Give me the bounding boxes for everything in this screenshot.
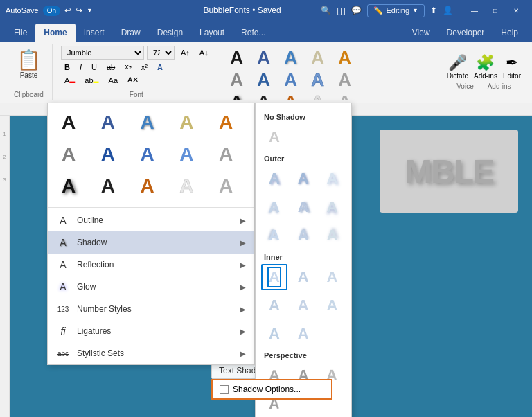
font-size-select[interactable]: 72	[147, 46, 175, 60]
inner-shadow-8[interactable]: A	[290, 321, 317, 347]
te-grid-item-3[interactable]: A	[132, 107, 163, 138]
te-grid-item-12[interactable]: A	[93, 171, 123, 202]
shadow-options-row[interactable]: Shadow Options...	[211, 379, 332, 400]
te-item-6[interactable]: A	[224, 69, 250, 91]
outer-shadow-4[interactable]: A	[261, 194, 287, 220]
ribbon-icon[interactable]: ◫	[337, 5, 346, 16]
te-grid-item-6[interactable]: A	[53, 139, 84, 170]
te-item-9[interactable]: A	[305, 69, 331, 91]
te-item-7[interactable]: A	[251, 69, 277, 91]
increase-font-button[interactable]: A↑	[177, 47, 193, 58]
tab-file[interactable]: File	[6, 24, 35, 42]
clear-format-button[interactable]: A✕	[124, 74, 142, 86]
close-button[interactable]: ✕	[506, 0, 526, 21]
search-icon[interactable]: 🔍	[321, 6, 331, 15]
menu-item-glow[interactable]: A Glow ▶	[48, 276, 254, 298]
tab-view[interactable]: View	[404, 24, 438, 42]
menu-item-stylistic-sets[interactable]: abc Stylistic Sets ▶	[48, 342, 254, 364]
redo-icon[interactable]: ↪	[76, 6, 82, 15]
maximize-button[interactable]: □	[485, 0, 506, 21]
te-grid-item-10[interactable]: A	[211, 139, 241, 170]
inner-shadow-7[interactable]: A	[261, 321, 287, 347]
te-grid-item-9[interactable]: A	[171, 139, 202, 170]
te-item-4[interactable]: A	[305, 47, 331, 69]
bold-button[interactable]: B	[61, 62, 73, 73]
microphone-icon[interactable]: 🎤	[448, 54, 467, 72]
te-grid-item-7[interactable]: A	[93, 139, 123, 170]
editing-button[interactable]: ✏️ Editing ▼	[367, 4, 425, 17]
underline-button[interactable]: U	[88, 62, 100, 73]
subscript-button[interactable]: x₂	[121, 61, 135, 73]
outer-shadow-7[interactable]: A	[261, 222, 287, 249]
font-size-a-button[interactable]: Aa	[105, 75, 121, 86]
tab-references[interactable]: Refe...	[233, 24, 274, 42]
highlight-button[interactable]: ab▬	[81, 75, 102, 86]
editor-icon[interactable]: ✒	[506, 54, 518, 72]
te-grid-item-11[interactable]: A	[53, 171, 84, 202]
te-grid-item-4[interactable]: A	[171, 107, 202, 138]
inner-shadow-4[interactable]: A	[261, 292, 287, 319]
te-grid-item-1[interactable]: A	[53, 107, 84, 138]
addins-icon[interactable]: 🧩	[476, 54, 495, 72]
minimize-button[interactable]: —	[464, 0, 485, 21]
comments-icon[interactable]: 💬	[351, 6, 362, 15]
decrease-font-button[interactable]: A↓	[196, 47, 212, 58]
italic-button[interactable]: I	[76, 62, 85, 73]
font-color-button[interactable]: A▬	[61, 75, 78, 86]
te-item-11[interactable]: A	[224, 91, 250, 100]
te-grid-item-5[interactable]: A	[211, 107, 241, 138]
tab-developer[interactable]: Developer	[438, 24, 493, 42]
user-icon[interactable]: 👤	[443, 6, 453, 15]
te-item-8[interactable]: A	[278, 69, 304, 91]
tab-help[interactable]: Help	[493, 24, 526, 42]
superscript-button[interactable]: x²	[138, 62, 151, 73]
menu-item-number-styles[interactable]: 123 Number Styles ▶	[48, 298, 254, 320]
tab-draw[interactable]: Draw	[113, 24, 149, 42]
no-shadow-item[interactable]: A	[261, 124, 287, 150]
te-item-12[interactable]: A	[251, 91, 277, 100]
te-item-5[interactable]: A	[332, 47, 358, 69]
te-grid-item-13[interactable]: A	[132, 171, 163, 202]
font-name-select[interactable]: Jumble	[61, 46, 144, 60]
te-item-1[interactable]: A	[224, 47, 250, 69]
outer-shadow-1[interactable]: A	[261, 166, 287, 192]
te-item-13[interactable]: A	[278, 91, 304, 100]
menu-item-outline[interactable]: A Outline ▶	[48, 209, 254, 231]
share-icon[interactable]: ⬆	[430, 6, 437, 15]
te-grid-item-15[interactable]: A	[211, 171, 241, 202]
menu-item-shadow[interactable]: A Shadow ▶	[48, 231, 254, 254]
menu-item-reflection[interactable]: A Reflection ▶	[48, 254, 254, 276]
inner-shadow-2[interactable]: A	[290, 264, 317, 290]
te-item-2[interactable]: A	[251, 47, 277, 69]
outer-shadow-3[interactable]: A	[319, 166, 345, 192]
te-grid-item-2[interactable]: A	[93, 107, 123, 138]
undo-icon[interactable]: ↩	[64, 6, 71, 15]
shadow-options-checkbox[interactable]	[220, 385, 229, 394]
down-arrow-icon[interactable]: ▼	[87, 7, 93, 14]
te-item-3[interactable]: A	[278, 47, 304, 69]
menu-item-ligatures[interactable]: fi Ligatures ▶	[48, 320, 254, 342]
te-item-10[interactable]: A	[332, 69, 358, 91]
te-item-14[interactable]: A	[305, 91, 331, 100]
inner-shadow-3[interactable]: A	[319, 264, 345, 290]
text-effects-button[interactable]: A	[154, 62, 166, 73]
outer-shadow-2[interactable]: A	[290, 166, 317, 192]
inner-shadow-6[interactable]: A	[319, 292, 345, 319]
te-grid-item-8[interactable]: A	[132, 139, 163, 170]
inner-shadow-5[interactable]: A	[290, 292, 317, 319]
outer-shadow-5[interactable]: A	[290, 194, 317, 220]
outer-shadow-9[interactable]: A	[319, 222, 345, 249]
tab-layout[interactable]: Layout	[191, 24, 233, 42]
paste-button[interactable]: 📋 Paste	[11, 46, 46, 82]
te-grid-item-14[interactable]: A	[171, 171, 202, 202]
chevron-down-icon: ▼	[412, 7, 418, 14]
autosave-toggle[interactable]: On	[43, 6, 60, 16]
outer-shadow-6[interactable]: A	[319, 194, 345, 220]
tab-insert[interactable]: Insert	[76, 24, 113, 42]
inner-shadow-1[interactable]: A	[261, 264, 287, 290]
strikethrough-button[interactable]: ab	[103, 62, 118, 73]
tab-home[interactable]: Home	[35, 24, 75, 42]
te-item-15[interactable]: A	[332, 91, 358, 100]
tab-design[interactable]: Design	[149, 24, 191, 42]
outer-shadow-8[interactable]: A	[290, 222, 317, 249]
